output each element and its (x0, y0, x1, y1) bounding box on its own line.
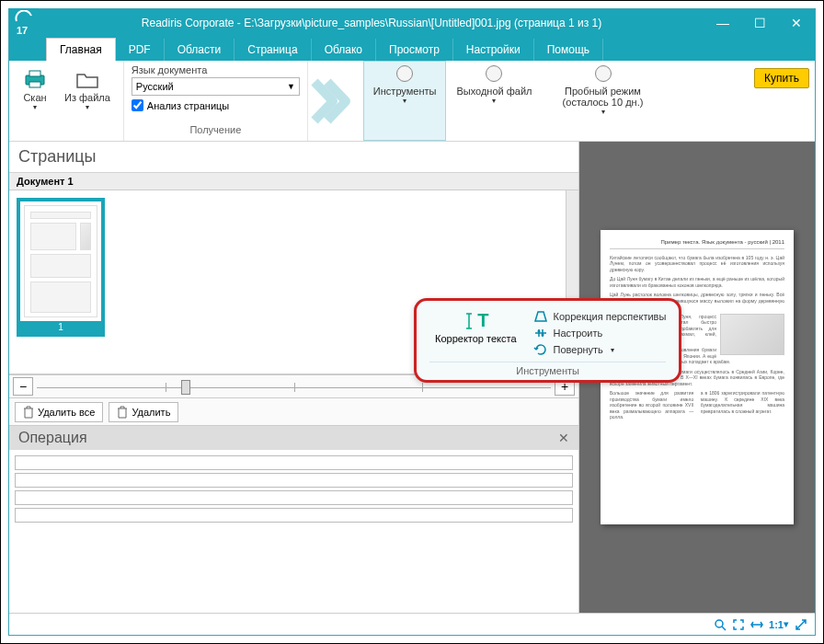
circle-icon (486, 65, 502, 82)
tab-home[interactable]: Главная (46, 38, 116, 61)
document-header: Документ 1 (9, 173, 578, 190)
printer-icon (22, 66, 48, 92)
from-file-button[interactable]: Из файла▾ (59, 64, 116, 113)
fit-screen-icon[interactable] (732, 618, 745, 631)
analyze-page-input[interactable] (132, 99, 143, 111)
tab-cloud[interactable]: Облако (312, 39, 376, 61)
expand-icon[interactable] (795, 618, 807, 631)
tab-help[interactable]: Помощь (534, 39, 603, 61)
status-bar: 1:1 ▾ (9, 613, 815, 635)
thumbnail-number: 1 (20, 321, 101, 333)
circle-icon (396, 65, 413, 82)
rotate-button[interactable]: Повернуть ▾ (533, 343, 667, 356)
app-window: 17 Readiris Corporate - E:\Загрузки\pict… (8, 8, 816, 636)
operation-row[interactable] (15, 508, 573, 523)
svg-point-4 (541, 334, 544, 337)
language-label: Язык документа (132, 64, 300, 75)
preview-image (720, 314, 784, 355)
ribbon-tabs: Главная PDF Области Страница Облако Прос… (9, 37, 815, 61)
delete-button[interactable]: Удалить (109, 402, 178, 422)
circle-icon (595, 65, 612, 82)
scan-button[interactable]: Скан▾ (17, 64, 53, 113)
operation-list (9, 450, 578, 528)
cursor-icon (463, 312, 475, 330)
delete-all-button[interactable]: Удалить все (15, 402, 103, 422)
trash-icon (117, 406, 128, 419)
tab-areas[interactable]: Области (165, 39, 235, 61)
zoom-out-button[interactable]: − (13, 377, 33, 396)
search-icon[interactable] (714, 618, 727, 631)
zoom-handle[interactable] (181, 380, 190, 395)
window-title: Readiris Corporate - E:\Загрузки\picture… (39, 17, 704, 29)
ribbon-arrow-icon (308, 61, 363, 141)
pages-header: Страницы (9, 142, 578, 173)
preview-title: Пример текста. Язык документа - русский … (610, 239, 784, 249)
output-file-button[interactable]: Выходной файл▾ (446, 61, 542, 141)
dropdown-caption: Инструменты (429, 362, 666, 376)
operation-header: Операция ✕ (9, 426, 578, 450)
language-select[interactable]: Русский▼ (132, 77, 300, 96)
text-corrector-button[interactable]: T Корректор текста (429, 308, 522, 356)
tab-view[interactable]: Просмотр (376, 39, 453, 61)
minimize-button[interactable]: — (704, 9, 741, 37)
titlebar: 17 Readiris Corporate - E:\Загрузки\pict… (9, 9, 815, 37)
group-acquire-caption: Получение (132, 124, 300, 137)
adjust-icon (533, 327, 548, 339)
operation-row[interactable] (15, 490, 573, 505)
perspective-correction-button[interactable]: Коррекция перспективы (533, 310, 667, 323)
operation-row[interactable] (15, 473, 573, 488)
trial-mode-button[interactable]: Пробный режим (осталось 10 дн.)▾ (543, 61, 664, 141)
app-logo: 17 (9, 8, 39, 38)
tab-settings[interactable]: Настройки (453, 39, 534, 61)
operation-close-button[interactable]: ✕ (558, 431, 569, 445)
svg-rect-1 (29, 71, 40, 76)
zoom-ratio[interactable]: 1:1 ▾ (769, 618, 789, 630)
close-button[interactable]: ✕ (778, 9, 815, 37)
folder-icon (74, 66, 100, 92)
rotate-icon (533, 343, 548, 356)
ribbon: Скан▾ Из файла▾ Язык документа Русский▼ … (9, 61, 815, 142)
analyze-page-checkbox[interactable]: Анализ страницы (132, 99, 300, 111)
tab-pdf[interactable]: PDF (116, 39, 165, 61)
tab-page[interactable]: Страница (235, 39, 311, 61)
svg-rect-2 (29, 82, 40, 87)
adjust-button[interactable]: Настроить (533, 327, 667, 339)
fit-width-icon[interactable] (750, 618, 763, 631)
operation-row[interactable] (15, 455, 573, 470)
tools-button[interactable]: Инструменты▾ (363, 61, 447, 141)
perspective-icon (533, 310, 548, 323)
trash-icon (23, 406, 34, 419)
buy-button[interactable]: Купить (754, 68, 809, 88)
maximize-button[interactable]: ☐ (741, 9, 778, 37)
svg-point-3 (537, 330, 540, 333)
tools-dropdown: T Корректор текста Коррекция перспективы… (414, 298, 681, 383)
page-thumbnail[interactable]: 1 (17, 198, 105, 337)
svg-point-5 (715, 620, 723, 627)
main-area: Страницы Документ 1 1 (9, 142, 815, 613)
